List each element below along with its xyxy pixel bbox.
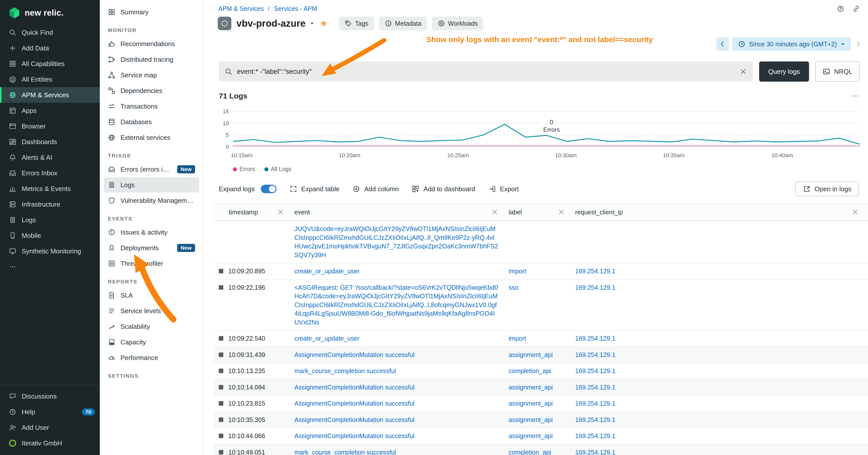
global-nav-more[interactable]	[0, 259, 100, 274]
clear-query-icon[interactable]	[740, 68, 747, 75]
global-nav-metrics-events[interactable]: Metrics & Events	[0, 181, 100, 196]
global-nav-logs[interactable]: Logs	[0, 212, 100, 228]
sidebar-item-service-levels[interactable]: Service levels	[104, 303, 199, 319]
global-nav-iterativ-gmbh[interactable]: Iterativ GmbH	[0, 435, 100, 451]
legend-errors[interactable]: Errors	[233, 166, 255, 172]
workloads-button[interactable]: Workloads	[432, 17, 484, 30]
add-column-button[interactable]: Add column	[352, 185, 399, 193]
log-event-link[interactable]: mark_course_completion successful	[294, 449, 396, 455]
copy-link-icon[interactable]	[852, 5, 860, 12]
row-marker-icon[interactable]	[219, 285, 223, 290]
sidebar-item-service-map[interactable]: Service map	[104, 67, 199, 83]
column-header-event[interactable]: event	[289, 204, 503, 221]
log-row[interactable]: 10:09:22.196 <ASGIRequest: GET '/sso/cal…	[214, 280, 868, 331]
row-marker-icon[interactable]	[219, 401, 223, 405]
log-ip-link[interactable]: 169.254.129.1	[575, 267, 616, 274]
sidebar-item-dependencies[interactable]: Dependencies	[104, 83, 199, 98]
time-range-button[interactable]: Since 30 minutes ago (GMT+2)	[733, 37, 851, 51]
sidebar-item-logs[interactable]: Logs	[104, 177, 199, 193]
row-marker-icon[interactable]	[219, 336, 223, 340]
log-ip-link[interactable]: 169.254.129.1	[575, 384, 616, 391]
remove-column-event-button[interactable]	[491, 208, 498, 216]
global-nav-all-entities[interactable]: All Entities	[0, 71, 100, 87]
log-ip-link[interactable]: 169.254.129.1	[575, 367, 616, 375]
sidebar-item-summary[interactable]: Summary	[104, 4, 199, 20]
global-nav-infrastructure[interactable]: Infrastructure	[0, 196, 100, 212]
column-header-request-client-ip[interactable]: request_client_ip	[570, 204, 868, 221]
sidebar-item-issues-activity[interactable]: Issues & activity	[104, 225, 199, 240]
sidebar-item-capacity[interactable]: Capacity	[104, 334, 199, 350]
log-row[interactable]: 10:10:13.235 mark_course_completion succ…	[214, 363, 868, 380]
sidebar-item-databases[interactable]: Databases	[104, 115, 199, 130]
row-marker-icon[interactable]	[219, 433, 223, 438]
global-nav-all-capabilities[interactable]: All Capabilities	[0, 56, 100, 71]
sidebar-item-scalability[interactable]: Scalability	[104, 319, 199, 334]
log-ip-link[interactable]: 169.254.129.1	[575, 449, 616, 455]
tags-button[interactable]: Tags	[339, 17, 374, 30]
log-event-link[interactable]: AssignmentCompletionMutation successful	[294, 400, 414, 407]
global-nav-browser[interactable]: Browser	[0, 119, 100, 134]
log-label-link[interactable]: import	[508, 335, 526, 342]
export-button[interactable]: Export	[489, 185, 519, 193]
log-event-link[interactable]: create_or_update_user	[294, 267, 360, 274]
breadcrumb-apm-services[interactable]: APM & Services	[218, 5, 264, 12]
metadata-button[interactable]: Metadata	[379, 17, 427, 30]
global-nav-quick-find[interactable]: Quick Find	[0, 25, 100, 40]
log-row[interactable]: 10:10:23.815 AssignmentCompletionMutatio…	[214, 395, 868, 412]
global-nav-add-data[interactable]: Add Data	[0, 40, 100, 56]
sidebar-item-thread-profiler[interactable]: Thread profiler	[104, 256, 199, 271]
favorite-star-icon[interactable]: ★	[319, 19, 328, 28]
row-marker-icon[interactable]	[219, 385, 223, 390]
global-nav-dashboards[interactable]: Dashboards	[0, 134, 100, 150]
sidebar-item-performance[interactable]: Performance	[104, 350, 199, 365]
log-event-link[interactable]: AssignmentCompletionMutation successful	[294, 432, 414, 440]
log-row[interactable]: JUQVU&code=eyJraWQiOiJjcGItY29yZV8wOTl1M…	[214, 221, 868, 263]
brand[interactable]: new relic.	[0, 0, 100, 25]
global-nav-errors-inbox[interactable]: Errors Inbox	[0, 165, 100, 181]
sidebar-item-external-services[interactable]: External services	[104, 130, 199, 145]
log-label-link[interactable]: completion_api	[508, 449, 551, 455]
log-event-link[interactable]: JUQVU&code=eyJraWQiOiJjcGItY29yZV8wOTl1M…	[294, 225, 498, 259]
log-event-link[interactable]: create_or_update_user	[294, 335, 360, 342]
log-label-link[interactable]: sso	[508, 284, 519, 291]
log-row[interactable]: 10:09:31.439 AssignmentCompletionMutatio…	[214, 347, 868, 363]
log-ip-link[interactable]: 169.254.129.1	[575, 432, 616, 440]
row-marker-icon[interactable]	[219, 368, 223, 373]
query-logs-button[interactable]: Query logs	[759, 62, 809, 82]
legend-all-logs[interactable]: All Logs	[265, 166, 291, 172]
log-row[interactable]: 10:10:35.305 AssignmentCompletionMutatio…	[214, 412, 868, 428]
sidebar-item-distributed-tracing[interactable]: Distributed tracing	[104, 52, 199, 67]
log-row[interactable]: 10:09:20.895 create_or_update_user impor…	[214, 263, 868, 280]
column-header-label[interactable]: label	[503, 204, 570, 221]
sidebar-item-deployments[interactable]: Deployments New	[104, 240, 199, 256]
time-back-button[interactable]	[716, 37, 729, 51]
row-marker-icon[interactable]	[219, 353, 223, 357]
sidebar-item-recommendations[interactable]: Recommendations	[104, 36, 199, 52]
logs-panel-menu-button[interactable]	[851, 92, 859, 100]
remove-column-label-button[interactable]	[558, 208, 565, 216]
log-label-link[interactable]: completion_api	[508, 367, 551, 375]
global-nav-discussions[interactable]: Discussions	[0, 389, 100, 404]
entity-switcher-caret-icon[interactable]	[310, 21, 314, 26]
global-nav-apps[interactable]: Apps	[0, 103, 100, 119]
sidebar-item-vulnerability-management[interactable]: Vulnerability Management	[104, 193, 199, 208]
sidebar-item-errors-errors-inb[interactable]: Errors (errors inb... New	[104, 162, 199, 177]
global-nav-apm-services[interactable]: APM & Services	[0, 87, 100, 103]
log-event-link[interactable]: <ASGIRequest: GET '/sso/callback/?state=…	[294, 284, 498, 326]
log-label-link[interactable]: assignment_api	[508, 416, 553, 423]
toggle-on-icon[interactable]	[261, 185, 277, 193]
column-header-timestamp[interactable]: timestamp	[214, 204, 289, 221]
log-query-input[interactable]	[237, 68, 735, 75]
log-event-link[interactable]: AssignmentCompletionMutation successful	[294, 416, 414, 423]
log-ip-link[interactable]: 169.254.129.1	[575, 400, 616, 407]
log-label-link[interactable]: assignment_api	[508, 384, 553, 391]
global-nav-help[interactable]: Help 70	[0, 404, 100, 420]
log-event-link[interactable]: AssignmentCompletionMutation successful	[294, 351, 414, 358]
log-row[interactable]: 10:09:22.540 create_or_update_user impor…	[214, 330, 868, 347]
row-marker-icon[interactable]	[219, 269, 223, 273]
remove-column-timestamp-button[interactable]	[277, 208, 284, 216]
log-ip-link[interactable]: 169.254.129.1	[575, 416, 616, 423]
global-nav-synthetic-monitoring[interactable]: Synthetic Monitoring	[0, 243, 100, 259]
log-event-link[interactable]: mark_course_completion successful	[294, 367, 396, 375]
breadcrumb-services-apm[interactable]: Services - APM	[274, 5, 317, 12]
